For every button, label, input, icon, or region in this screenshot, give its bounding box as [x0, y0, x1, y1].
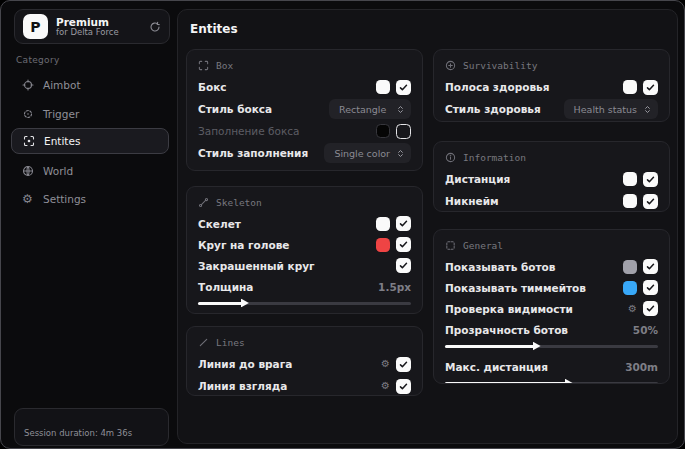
checkbox-checked[interactable] [396, 80, 411, 95]
checkbox-checked[interactable] [396, 237, 411, 252]
health-style-select[interactable]: Health status [564, 99, 658, 119]
page-title: Entites [190, 22, 238, 36]
checkbox-unchecked[interactable] [396, 124, 411, 139]
setting-row-show-teammates: Показывать тиммейтов [445, 277, 658, 298]
setting-row-skeleton: Скелет [198, 213, 411, 234]
session-duration-text: Session duration: 4m 36s [24, 428, 132, 438]
setting-row-bot-opacity: Прозрачность ботов 50% [445, 319, 658, 340]
box-brackets-icon [198, 60, 209, 71]
gear-icon[interactable]: ⚙ [381, 381, 390, 391]
color-swatch[interactable] [376, 238, 390, 252]
card-survivability: Survivability Полоса здоровья Стиль здор… [433, 49, 670, 122]
sidebar-item-aimbot[interactable]: Aimbot [11, 72, 169, 98]
setting-row-head-circle: Круг на голове [198, 234, 411, 255]
color-swatch[interactable] [376, 124, 390, 138]
checkbox-checked[interactable] [643, 301, 658, 316]
setting-row-enemy-line: Линия до врага ⚙ [198, 353, 411, 375]
brand-card: P Premium for Delta Force [14, 9, 170, 44]
sidebar-item-entites[interactable]: Entites [11, 128, 169, 154]
slider-thumb[interactable] [565, 379, 573, 385]
card-header-label: Lines [216, 337, 245, 348]
thickness-slider[interactable] [198, 302, 411, 305]
crosshair-icon [21, 79, 34, 91]
setting-row-nickname: Никнейм [445, 190, 658, 212]
brand-logo-letter: P [30, 19, 40, 35]
sidebar: P Premium for Delta Force Category Aimbo… [1, 1, 177, 448]
checkbox-checked[interactable] [396, 379, 411, 394]
dashed-square-icon [445, 240, 456, 251]
checkbox-checked[interactable] [396, 258, 411, 273]
setting-row-view-line: Линия взгляда ⚙ [198, 375, 411, 396]
gear-icon[interactable]: ⚙ [381, 359, 390, 369]
checkbox-checked[interactable] [643, 172, 658, 187]
setting-row-max-distance: Макс. дистанция 300m [445, 356, 658, 377]
brand-logo: P [23, 14, 48, 39]
box-style-select[interactable]: Rectangle [329, 99, 411, 119]
sidebar-item-trigger[interactable]: Trigger [11, 101, 169, 127]
entity-scan-icon [22, 135, 35, 147]
gear-icon: ⚙ [21, 192, 34, 206]
card-header-label: Skeleton [216, 197, 262, 208]
checkbox-checked[interactable] [643, 80, 658, 95]
health-circle-icon [445, 60, 456, 71]
checkbox-checked[interactable] [643, 194, 658, 209]
brand-subtitle: for Delta Force [56, 28, 141, 38]
max-distance-value: 300m [625, 361, 658, 373]
color-swatch[interactable] [623, 80, 637, 94]
slider-thumb[interactable] [241, 299, 249, 308]
category-label: Category [16, 55, 60, 65]
app-window: P Premium for Delta Force Category Aimbo… [0, 0, 685, 449]
setting-row-fill-style: Стиль заполнения Single color [198, 142, 411, 164]
setting-row-thickness: Толщина 1.5px [198, 276, 411, 297]
card-information: Information Дистанция Никнейм [433, 141, 670, 212]
setting-row-health-bar: Полоса здоровья [445, 76, 658, 98]
setting-row-box-style: Стиль бокса Rectangle [198, 98, 411, 120]
chevron-up-down-icon [643, 105, 652, 114]
color-swatch[interactable] [623, 281, 637, 295]
thickness-value: 1.5px [378, 281, 411, 293]
checkbox-checked[interactable] [396, 216, 411, 231]
sidebar-item-settings[interactable]: ⚙ Settings [11, 186, 169, 212]
color-swatch[interactable] [376, 217, 390, 231]
max-distance-slider[interactable] [445, 382, 658, 385]
setting-row-health-style: Стиль здоровья Health status [445, 98, 658, 120]
color-swatch[interactable] [623, 172, 637, 186]
bot-opacity-slider[interactable] [445, 345, 658, 348]
sidebar-item-world[interactable]: World [11, 158, 169, 184]
bone-icon [198, 197, 209, 208]
setting-row-filled-circle: Закрашенный круг [198, 255, 411, 276]
chevron-up-down-icon [396, 105, 405, 114]
card-box: Box Бокс Стиль бокса Rectangle Заполнени… [186, 49, 423, 171]
setting-row-show-bots: Показывать ботов [445, 256, 658, 277]
card-header-label: General [463, 240, 503, 251]
color-swatch[interactable] [623, 194, 637, 208]
card-header-label: Information [463, 152, 526, 163]
diagonal-line-icon [198, 337, 209, 348]
color-swatch[interactable] [623, 260, 637, 274]
card-header-label: Survivability [463, 60, 537, 71]
gear-icon[interactable]: ⚙ [628, 304, 637, 314]
bot-opacity-value: 50% [633, 324, 658, 336]
setting-row-box: Бокс [198, 76, 411, 98]
info-circle-icon [445, 152, 456, 163]
trigger-scope-icon [21, 108, 34, 120]
card-general: General Показывать ботов Показывать тимм… [433, 229, 670, 384]
sidebar-item-label: World [43, 165, 73, 177]
sidebar-item-label: Settings [43, 193, 86, 205]
sidebar-item-label: Aimbot [43, 79, 81, 91]
sidebar-item-label: Entites [44, 135, 80, 147]
reload-icon[interactable] [149, 21, 161, 33]
card-skeleton: Skeleton Скелет Круг на голове Закрашенн… [186, 186, 423, 314]
setting-row-visibility-check: Проверка видимости ⚙ [445, 298, 658, 319]
color-swatch[interactable] [376, 80, 390, 94]
card-header-label: Box [216, 60, 233, 71]
checkbox-checked[interactable] [643, 259, 658, 274]
setting-row-distance: Дистанция [445, 168, 658, 190]
fill-style-select[interactable]: Single color [324, 143, 411, 163]
checkbox-checked[interactable] [643, 280, 658, 295]
globe-icon [21, 165, 34, 177]
slider-thumb[interactable] [533, 342, 541, 351]
card-lines: Lines Линия до врага ⚙ Линия взгляда ⚙ [186, 326, 423, 396]
session-box: Session duration: 4m 36s [14, 408, 169, 446]
checkbox-checked[interactable] [396, 357, 411, 372]
